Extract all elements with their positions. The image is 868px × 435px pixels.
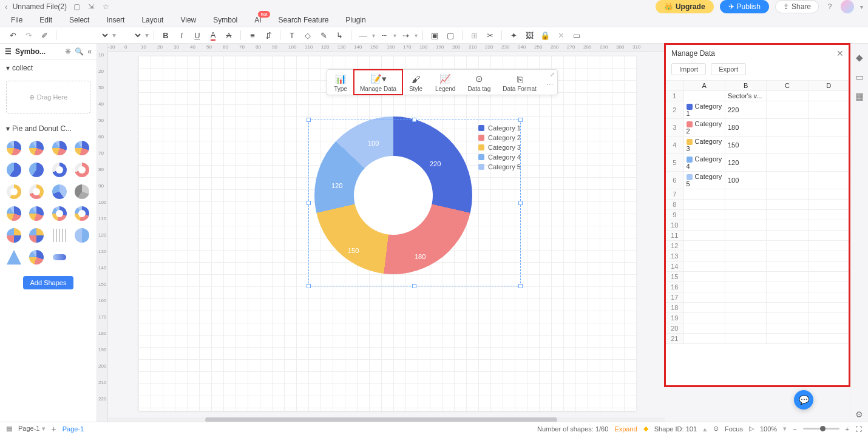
focus-label[interactable]: Focus: [725, 425, 743, 433]
shape-thumb[interactable]: [5, 161, 23, 179]
add-shapes-button[interactable]: Add Shapes: [23, 276, 74, 289]
shape-thumb[interactable]: [5, 226, 23, 244]
chart-tool-datatag[interactable]: ⊙Data tag: [461, 70, 497, 95]
shape-thumb[interactable]: [5, 248, 23, 266]
shape-thumb[interactable]: [50, 204, 69, 223]
resize-handle[interactable]: [307, 118, 311, 122]
back-icon[interactable]: ‹: [5, 2, 8, 12]
align-icon[interactable]: ≡: [246, 29, 259, 42]
resize-handle[interactable]: [412, 118, 416, 122]
share-button[interactable]: ⇪Share: [775, 0, 819, 13]
resize-handle[interactable]: [307, 201, 311, 205]
shape-thumb[interactable]: [50, 226, 69, 244]
menu-search[interactable]: Search Feature: [279, 16, 329, 24]
avatar[interactable]: [841, 0, 854, 13]
export-icon[interactable]: ⇲: [86, 2, 96, 12]
size-select[interactable]: [118, 30, 143, 40]
shape-thumb[interactable]: [27, 161, 46, 179]
upgrade-button[interactable]: 👑Upgrade: [656, 0, 714, 13]
chart-tool-manage-data[interactable]: 📝▾Manage Data: [354, 70, 402, 95]
import-button[interactable]: Import: [671, 63, 706, 75]
add-page-button[interactable]: +: [52, 424, 56, 434]
pie-section[interactable]: ▾Pie and Donut C...: [0, 121, 97, 137]
bold-icon[interactable]: B: [159, 29, 172, 42]
shape-thumb[interactable]: [73, 226, 91, 244]
shape-thumb[interactable]: [27, 204, 46, 223]
back-icon-tool[interactable]: ▢: [444, 29, 457, 42]
help-icon[interactable]: ?: [825, 2, 835, 12]
resize-handle[interactable]: [412, 284, 416, 288]
underline-icon[interactable]: U: [191, 29, 204, 42]
shape-thumb[interactable]: [50, 139, 69, 157]
chart-tool-type[interactable]: 📊Type: [327, 70, 354, 95]
highlight-icon[interactable]: ✎: [317, 29, 330, 42]
menu-plugin[interactable]: Plugin: [345, 16, 365, 24]
shape-thumb[interactable]: [73, 204, 91, 223]
present-icon[interactable]: ▭: [570, 29, 583, 42]
lock-icon[interactable]: 🔒: [538, 29, 552, 42]
target-icon[interactable]: ⊙: [713, 425, 719, 433]
format-painter-icon[interactable]: ✐: [38, 29, 51, 42]
shape-thumb[interactable]: [5, 204, 23, 223]
collapse-icon[interactable]: «: [87, 47, 92, 56]
layers-icon[interactable]: ▭: [854, 72, 865, 83]
shape-thumb[interactable]: [73, 183, 91, 201]
shape-thumb[interactable]: [50, 183, 69, 201]
fullscreen-icon[interactable]: ⛶: [855, 425, 862, 433]
front-icon[interactable]: ▣: [428, 29, 441, 42]
export-button[interactable]: Export: [711, 63, 746, 75]
shape-thumb[interactable]: [27, 248, 46, 266]
settings-fab[interactable]: ⚙: [855, 410, 863, 419]
menu-ai[interactable]: AIhot: [254, 16, 261, 24]
group-icon[interactable]: ⊞: [467, 29, 481, 42]
font-select[interactable]: [61, 30, 110, 40]
close-icon[interactable]: ✕: [836, 49, 844, 58]
clear-format-icon[interactable]: A: [222, 29, 236, 42]
shape-thumb[interactable]: [5, 183, 23, 201]
menu-symbol[interactable]: Symbol: [213, 16, 237, 24]
arrow-icon[interactable]: ⇢: [399, 29, 412, 42]
menu-edit[interactable]: Edit: [39, 16, 52, 24]
effects-icon[interactable]: ✦: [507, 29, 520, 42]
chart-tool-style[interactable]: 🖌Style: [402, 70, 429, 95]
expand-link[interactable]: Expand: [614, 425, 637, 433]
line-dash-icon[interactable]: ┄: [378, 29, 391, 42]
search-icon[interactable]: 🔍: [75, 47, 84, 56]
resize-handle[interactable]: [518, 201, 523, 205]
layers-toggle-icon[interactable]: ⟁: [703, 425, 707, 433]
theme-icon[interactable]: ◆: [854, 52, 865, 63]
shape-thumb[interactable]: [73, 139, 91, 157]
publish-button[interactable]: ✈Publish: [720, 0, 769, 13]
crop-icon[interactable]: ✂: [483, 29, 497, 42]
italic-icon[interactable]: I: [175, 29, 188, 42]
resize-handle[interactable]: [518, 118, 523, 122]
redo-icon[interactable]: ↷: [22, 29, 35, 42]
data-grid[interactable]: ABCD1Sector's v...2Category 12203Categor…: [665, 80, 850, 386]
chart-tool-legend[interactable]: 📈Legend: [429, 70, 461, 95]
pages-icon[interactable]: ▤: [6, 425, 12, 433]
grid-icon[interactable]: ▦: [854, 91, 865, 102]
menu-view[interactable]: View: [180, 16, 196, 24]
resize-handle[interactable]: [307, 284, 311, 288]
shape-thumb[interactable]: [50, 248, 69, 266]
account-dropdown-icon[interactable]: ▾: [860, 4, 863, 10]
page-selector[interactable]: Page-1 ▾: [18, 425, 46, 433]
menu-layout[interactable]: Layout: [141, 16, 163, 24]
play-icon[interactable]: ▷: [749, 425, 754, 433]
pin-icon[interactable]: ✳: [65, 47, 71, 56]
hamburger-icon[interactable]: ☰: [5, 47, 12, 56]
shape-thumb[interactable]: [5, 139, 23, 157]
pin-icon[interactable]: ⤢: [550, 71, 555, 78]
zoom-in-button[interactable]: +: [846, 425, 849, 433]
tools-icon[interactable]: ✕: [554, 29, 568, 42]
drag-zone[interactable]: ⊕Drag Here: [6, 81, 90, 113]
canvas-page[interactable]: 📊Type 📝▾Manage Data 🖌Style 📈Legend ⊙Data…: [138, 56, 636, 411]
chart-tool-dataformat[interactable]: ⎘Data Format: [497, 70, 543, 95]
page-tab[interactable]: Page-1: [63, 425, 84, 433]
star-icon[interactable]: ☆: [101, 2, 110, 12]
shape-thumb[interactable]: [50, 161, 69, 179]
shape-thumb[interactable]: [27, 139, 46, 157]
shape-thumb[interactable]: [73, 161, 91, 179]
text-tool-icon[interactable]: T: [285, 29, 299, 42]
resize-handle[interactable]: [518, 284, 523, 288]
